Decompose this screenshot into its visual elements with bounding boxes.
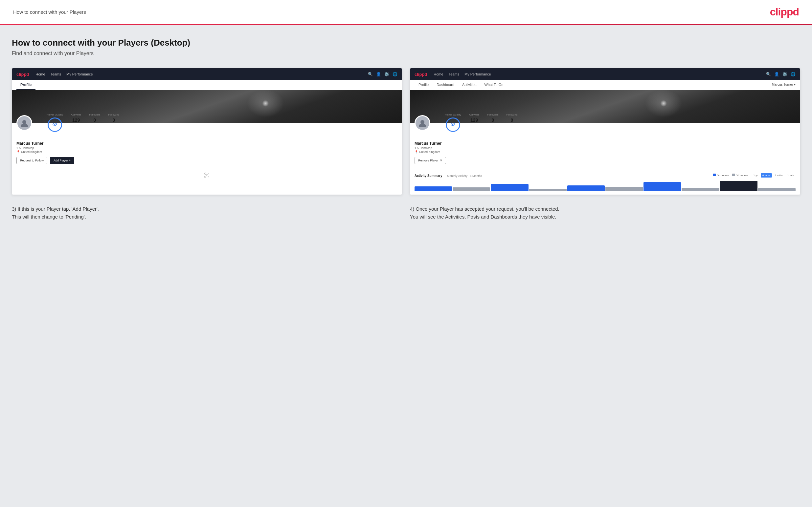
following-stat-left: Following 0 (104, 113, 123, 123)
quality-stat-right: Player Quality 92 (441, 113, 465, 132)
remove-player-button[interactable]: Remove Player ✕ (414, 157, 446, 164)
user-icon-right[interactable]: 👤 (774, 72, 779, 76)
tab-dashboard-right[interactable]: Dashboard (433, 80, 458, 90)
tab-whattoon-right[interactable]: What To On (480, 80, 507, 90)
quality-stat-left: Player Quality 92 (43, 113, 67, 132)
stats-row-left: Player Quality 92 Activities 129 Followe… (16, 113, 398, 132)
tab-profile-right[interactable]: Profile (414, 80, 433, 90)
chart-bar-1 (414, 186, 452, 191)
activity-summary-right: Activity Summary Monthly Activity · 6 Mo… (410, 169, 800, 194)
clippd-logo: clippd (770, 6, 799, 18)
settings-icon-right[interactable]: ⚙️ (782, 72, 788, 76)
request-follow-button[interactable]: Request to Follow (16, 157, 47, 164)
quality-circle-right: 92 (446, 117, 460, 132)
activities-stat-left: Activities 129 (67, 113, 86, 123)
filter-6mths[interactable]: 6 mths (761, 173, 772, 177)
filter-1yr[interactable]: 1 yr (752, 173, 759, 177)
chart-bar-9 (720, 181, 757, 191)
following-stat-right: Following 0 (503, 113, 522, 123)
followers-label-right: Followers (487, 113, 498, 116)
activities-label-right: Activities (469, 113, 479, 116)
following-value-right: 0 (507, 117, 518, 123)
quality-circle-left: 92 (48, 117, 62, 132)
player-name-right: Marcus Turner (414, 141, 796, 146)
search-icon-right[interactable]: 🔍 (766, 72, 771, 76)
following-value-left: 0 (108, 117, 119, 123)
mock-logo-right: clippd (414, 72, 427, 77)
filter-1mth[interactable]: 1 mth (786, 173, 796, 177)
activity-legend: On course Off course (713, 174, 748, 177)
activity-title: Activity Summary (414, 174, 442, 177)
location-icon-left: 📍 (16, 150, 20, 154)
mock-profile-info-left: Player Quality 92 Activities 129 Followe… (12, 123, 402, 169)
search-icon-left[interactable]: 🔍 (368, 72, 373, 76)
page-heading: How to connect with your Players (Deskto… (12, 38, 800, 48)
player-country-left: 📍 United Kingdom (16, 150, 398, 154)
avatar-left (16, 115, 32, 131)
chart-bar-5 (567, 185, 605, 191)
filter-3mths[interactable]: 3 mths (773, 173, 784, 177)
mock-profile-info-right: Player Quality 92 Activities 129 Followe… (410, 123, 800, 169)
mock-nav-icons-right: 🔍 👤 ⚙️ 🌐 (766, 72, 796, 76)
captions-row: 3) If this is your Player tap, 'Add Play… (12, 205, 800, 221)
svg-point-1 (205, 173, 206, 175)
nav-home-right[interactable]: Home (434, 72, 443, 76)
svg-point-2 (205, 176, 206, 178)
nav-myperformance-left[interactable]: My Performance (66, 72, 93, 76)
activities-stat-right: Activities 129 (465, 113, 484, 123)
add-player-button[interactable]: Add Player + (50, 157, 74, 164)
following-label-left: Following (108, 113, 119, 116)
chart-bar-8 (681, 188, 719, 191)
activities-value-left: 129 (71, 117, 82, 123)
player-handicap-right: 1-5 Handicap (414, 146, 796, 150)
on-course-dot (713, 174, 716, 176)
mock-navbar-right: clippd Home Teams My Performance 🔍 👤 ⚙️ … (410, 68, 800, 80)
mock-logo-left: clippd (16, 72, 29, 77)
svg-line-4 (208, 176, 209, 177)
caption-left: 3) If this is your Player tap, 'Add Play… (12, 205, 402, 221)
tab-profile-left[interactable]: Profile (16, 80, 36, 90)
mock-navbar-left: clippd Home Teams My Performance 🔍 👤 ⚙️ … (12, 68, 402, 80)
mock-nav-links-right: Home Teams My Performance (434, 72, 766, 76)
activities-value-right: 129 (469, 117, 479, 123)
player-handicap-left: 1-5 Handicap (16, 146, 398, 150)
following-label-right: Following (507, 113, 518, 116)
user-icon-left[interactable]: 👤 (376, 72, 381, 76)
nav-teams-left[interactable]: Teams (51, 72, 61, 76)
action-buttons-left: Request to Follow Add Player + (16, 157, 398, 164)
mock-tabs-left: Profile (12, 80, 402, 90)
tab-player-name-right[interactable]: Marcus Turner ▾ (772, 80, 796, 90)
tab-activities-right[interactable]: Activities (458, 80, 480, 90)
globe-icon-right[interactable]: 🌐 (791, 72, 796, 76)
settings-icon-left[interactable]: ⚙️ (384, 72, 389, 76)
screenshot-left: clippd Home Teams My Performance 🔍 👤 ⚙️ … (12, 68, 402, 194)
page-subheading: Find and connect with your Players (12, 51, 800, 56)
close-icon-remove: ✕ (440, 159, 443, 162)
globe-icon-left[interactable]: 🌐 (393, 72, 398, 76)
nav-home-left[interactable]: Home (36, 72, 45, 76)
nav-myperformance-right[interactable]: My Performance (464, 72, 491, 76)
mock-nav-links-left: Home Teams My Performance (36, 72, 368, 76)
quality-value-left: 92 (53, 122, 57, 127)
location-icon-right: 📍 (414, 150, 418, 154)
chart-bar-6 (605, 187, 643, 191)
chart-bar-4 (529, 189, 567, 191)
mock-nav-icons-left: 🔍 👤 ⚙️ 🌐 (368, 72, 398, 76)
followers-value-left: 0 (89, 117, 100, 123)
chart-bar-10 (758, 188, 796, 191)
caption-right: 4) Once your Player has accepted your re… (410, 205, 800, 221)
player-country-right: 📍 United Kingdom (414, 150, 796, 154)
followers-stat-left: Followers 0 (85, 113, 104, 123)
main-content: How to connect with your Players (Deskto… (0, 24, 812, 505)
nav-teams-right[interactable]: Teams (449, 72, 459, 76)
avatar-right (414, 115, 430, 131)
off-course-dot (732, 174, 735, 176)
followers-stat-right: Followers 0 (483, 113, 502, 123)
stats-row-right: Player Quality 92 Activities 129 Followe… (414, 113, 796, 132)
svg-line-5 (206, 174, 207, 175)
activity-header: Activity Summary Monthly Activity · 6 Mo… (414, 172, 796, 178)
caption-right-text: 4) Once your Player has accepted your re… (410, 206, 559, 220)
top-bar: How to connect with your Players clippd (0, 0, 812, 24)
followers-label-left: Followers (89, 113, 100, 116)
quality-label-right: Player Quality (445, 113, 461, 116)
